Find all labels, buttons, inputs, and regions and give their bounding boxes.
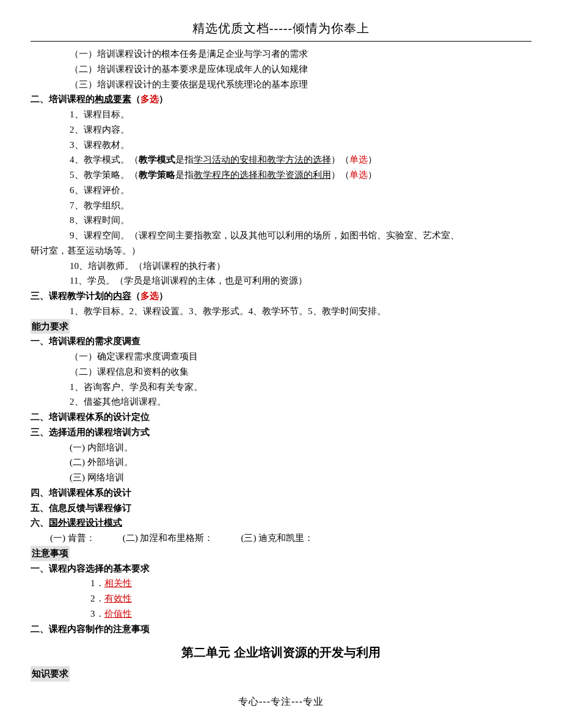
heading-ability: 能力要求 (31, 319, 531, 334)
text-bold: 教学模式 (139, 155, 175, 164)
item-2-8: 8、课程时间。 (31, 213, 531, 228)
item-2-6: 6、课程评价。 (31, 183, 531, 198)
tag-single: 单选 (349, 170, 368, 180)
ability-4: 四、培训课程体系的设计 (31, 485, 531, 501)
item-3-list: 1、教学目标。2、课程设置。3、教学形式。4、教学环节。5、教学时间安排。 (31, 304, 531, 319)
text: 1． (90, 578, 104, 588)
unit-2-title: 第二单元 企业培训资源的开发与利用 (31, 642, 531, 663)
text-bold: 教学策略 (139, 170, 175, 180)
text-red: 价值性 (104, 609, 132, 619)
ability-6: 六、国外课程设计模式 (31, 515, 531, 531)
text: ） (159, 94, 168, 104)
ability-1-3: 1、咨询客户、学员和有关专家。 (31, 380, 531, 395)
ability-1: 一、培训课程的需求度调查 (31, 334, 531, 349)
text: （ (131, 94, 140, 104)
tag-single: 单选 (349, 155, 368, 164)
para-1-3: （三）培训课程设计的主要依据是现代系统理论的基本原理 (31, 77, 531, 92)
notice-1-3: 3．价值性 (31, 606, 531, 622)
item-2-9a: 9、课程空间。（课程空间主要指教室，以及其他可以利用的场所，如图书馆、实验室、艺… (31, 228, 531, 243)
text-highlight: 能力要求 (31, 319, 70, 334)
item-2-10: 10、培训教师。（培训课程的执行者） (31, 259, 531, 274)
tag-multi: 多选 (140, 94, 159, 104)
ability-3-2: (二) 外部培训。 (31, 455, 531, 470)
ability-1-4: 2、借鉴其他培训课程。 (31, 394, 531, 410)
text: （ (131, 291, 140, 301)
item-2-1: 1、课程目标。 (31, 107, 531, 122)
text: ）（ (331, 155, 349, 164)
item-2-11: 11、学员。（学员是培训课程的主体，也是可利用的资源） (31, 273, 531, 289)
text: 是指 (175, 170, 194, 180)
text: 5、教学策略。（ (70, 170, 139, 180)
item-2-7: 7、教学组织。 (31, 198, 531, 213)
notice-1-2: 2．有效性 (31, 591, 531, 606)
item-2-2: 2、课程内容。 (31, 122, 531, 138)
text: 4、教学模式。（ (70, 155, 139, 164)
text: 三、课程教学计划的 (31, 291, 113, 301)
heading-notice: 注意事项 (31, 546, 531, 561)
text-highlight: 注意事项 (31, 546, 70, 561)
text: ） (159, 291, 168, 301)
ability-3-1: (一) 内部培训。 (31, 440, 531, 455)
heading-section-2: 二、培训课程的构成要素（多选） (31, 92, 531, 107)
text: 二、培训课程的 (31, 94, 95, 104)
text: 六、 (31, 518, 49, 528)
notice-1: 一、课程内容选择的基本要求 (31, 561, 531, 576)
text: ） (368, 155, 377, 164)
text-underline: 学习活动的安排和教学方法的选择 (194, 155, 331, 164)
ability-1-2: （二）课程信息和资料的收集 (31, 364, 531, 380)
ability-3-3: (三) 网络培训 (31, 470, 531, 485)
tag-multi: 多选 (140, 291, 159, 301)
text: ） (368, 170, 377, 180)
text-underline: 教学程序的选择和教学资源的利用 (194, 170, 331, 180)
text: ）（ (331, 170, 349, 180)
item-2-9b: 研讨室，甚至运动场等。） (31, 243, 531, 259)
text-red: 相关性 (104, 578, 132, 588)
document-footer: 专心---专注---专业 (31, 682, 531, 710)
text: 3． (90, 609, 104, 619)
text: 是指 (175, 155, 194, 164)
ability-2: 二、培训课程体系的设计定位 (31, 410, 531, 425)
text-underline: 内容 (113, 291, 131, 301)
item-2-5: 5、教学策略。（教学策略是指教学程序的选择和教学资源的利用）（单选） (31, 167, 531, 183)
ability-3: 三、选择适用的课程培训方式 (31, 425, 531, 440)
item-2-3: 3、课程教材。 (31, 138, 531, 153)
text-underline: 国外课程设计模式 (49, 518, 122, 528)
para-1-2: （二）培训课程设计的基本要求是应体现成年人的认知规律 (31, 62, 531, 77)
heading-section-3: 三、课程教学计划的内容（多选） (31, 289, 531, 304)
ability-5: 五、信息反馈与课程修订 (31, 501, 531, 516)
ability-6-list: (一) 肯普： (二) 加涅和布里格斯： (三) 迪克和凯里： (31, 531, 531, 546)
text: 2． (90, 594, 104, 603)
notice-1-1: 1．相关性 (31, 576, 531, 591)
document-header: 精选优质文档-----倾情为你奉上 (31, 18, 531, 42)
text-highlight: 知识要求 (31, 666, 70, 682)
para-1-1: （一）培训课程设计的根本任务是满足企业与学习者的需求 (31, 46, 531, 62)
ability-1-1: （一）确定课程需求度调查项目 (31, 349, 531, 364)
notice-2: 二、课程内容制作的注意事项 (31, 622, 531, 637)
item-2-4: 4、教学模式。（教学模式是指学习活动的安排和教学方法的选择）（单选） (31, 152, 531, 167)
heading-knowledge: 知识要求 (31, 666, 531, 682)
text-red: 有效性 (104, 594, 132, 603)
text-underline: 构成要素 (95, 94, 131, 104)
